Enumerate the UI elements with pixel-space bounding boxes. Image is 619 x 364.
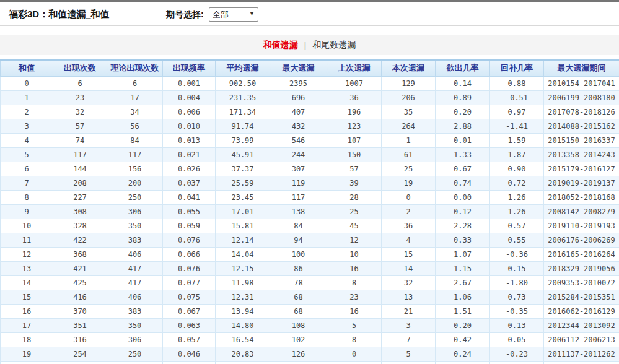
table-cell: 264 xyxy=(382,119,436,133)
table-cell: 150 xyxy=(327,147,382,162)
table-row: 82272500.04123.451172800.001.262018052-2… xyxy=(1,190,619,204)
table-row: 232340.006171.34407196350.200.972017078-… xyxy=(1,105,619,119)
table-cell: 78 xyxy=(270,275,327,290)
table-cell xyxy=(107,361,163,364)
table-cell: 138 xyxy=(270,204,327,219)
table-cell: 28 xyxy=(327,190,382,204)
table-cell: 2019019-2019137 xyxy=(544,176,619,190)
table-cell: 0.57 xyxy=(490,219,544,233)
table-cell: 15.81 xyxy=(216,219,270,233)
table-cell: 0.076 xyxy=(163,233,216,247)
table-cell: -0.36 xyxy=(490,247,544,261)
period-select[interactable]: 全部 xyxy=(209,7,258,22)
table-cell: 307 xyxy=(270,162,327,176)
column-header-appear-freq: 出现频率 xyxy=(163,60,216,76)
table-cell xyxy=(382,361,436,364)
table-cell: 9 xyxy=(1,204,53,219)
column-header-hezhi: 和值 xyxy=(1,60,53,76)
table-row: 163703830.06713.946816211.51-0.352016062… xyxy=(1,304,619,318)
table-cell: 2017078-2018126 xyxy=(544,105,619,119)
table-cell: 425 xyxy=(53,275,107,290)
table-cell: 117 xyxy=(270,190,327,204)
table-cell: 171.34 xyxy=(216,105,270,119)
table-cell: 3 xyxy=(382,318,436,332)
table-cell: 350 xyxy=(107,219,163,233)
table-cell: 12.31 xyxy=(216,290,270,304)
table-cell: 1.07 xyxy=(436,247,490,261)
table-cell: 4 xyxy=(1,133,53,147)
table-cell: 902.50 xyxy=(216,76,270,90)
table-body: 0660.001902.50239510071290.140.882010154… xyxy=(1,76,619,364)
table-cell: 2006199-2008180 xyxy=(544,90,619,105)
table-cell: 0.010 xyxy=(163,119,216,133)
table-cell: 84 xyxy=(270,219,327,233)
table-cell: 208 xyxy=(53,176,107,190)
table-cell: 0.88 xyxy=(490,76,544,90)
table-cell: 25.59 xyxy=(216,176,270,190)
table-cell: 0.013 xyxy=(163,133,216,147)
table-cell: 0.076 xyxy=(163,261,216,275)
table-cell: 306 xyxy=(107,204,163,219)
table-cell: 117 xyxy=(53,147,107,162)
table-cell: 68 xyxy=(270,290,327,304)
table-cell: 0.74 xyxy=(436,176,490,190)
table-cell: 25 xyxy=(327,204,382,219)
table-cell: 0.001 xyxy=(163,76,216,90)
table-cell: 14 xyxy=(382,261,436,275)
table-cell: 406 xyxy=(107,247,163,261)
table-cell: 0.73 xyxy=(490,290,544,304)
table-cell: 368 xyxy=(53,247,107,261)
table-cell: 0.15 xyxy=(490,261,544,275)
table-cell xyxy=(327,361,382,364)
table-cell: 0 xyxy=(1,76,53,90)
table-cell: 74 xyxy=(53,133,107,147)
table-cell: 56 xyxy=(107,119,163,133)
table-cell: 0 xyxy=(382,190,436,204)
table-cell: 0.004 xyxy=(163,90,216,105)
table-cell: 0.24 xyxy=(436,347,490,361)
table-cell: 546 xyxy=(270,133,327,147)
table-cell: 84 xyxy=(107,133,163,147)
table-cell: 406 xyxy=(107,290,163,304)
table-cell: 91.74 xyxy=(216,119,270,133)
table-cell: 6 xyxy=(53,76,107,90)
table-cell: 2014088-2015162 xyxy=(544,119,619,133)
table-cell: 17 xyxy=(1,318,53,332)
table-row: 72082000.03725.5911939190.740.722019019-… xyxy=(1,176,619,190)
table-cell: 0.021 xyxy=(163,147,216,162)
tab-heweishu-yilou[interactable]: 和尾数遗漏 xyxy=(312,40,356,51)
table-cell: 68 xyxy=(270,304,327,318)
table-cell: 14 xyxy=(1,275,53,290)
table-cell: 244 xyxy=(270,147,327,162)
table-cell: 0.077 xyxy=(163,275,216,290)
table-cell: 17 xyxy=(107,90,163,105)
table-row: 103283500.05915.818445362.280.572019110-… xyxy=(1,219,619,233)
table-cell: 1.26 xyxy=(490,204,544,219)
table-cell: 0.55 xyxy=(490,233,544,247)
omission-table: 和值 出现次数 理论出现次数 出现频率 平均遗漏 最大遗漏 上次遗漏 本次遗漏 … xyxy=(0,59,619,364)
table-cell xyxy=(1,361,53,364)
table-cell: 0.066 xyxy=(163,247,216,261)
table-row: 183163060.05716.54102870.420.052006112-2… xyxy=(1,332,619,347)
table-cell: 383 xyxy=(107,304,163,318)
table-cell: 23 xyxy=(327,290,382,304)
table-cell: 3 xyxy=(1,119,53,133)
table-cell: 1 xyxy=(1,90,53,105)
tab-hezhi-yilou[interactable]: 和值遗漏 xyxy=(263,40,298,51)
table-cell: 0.97 xyxy=(490,105,544,119)
table-cell: -1.80 xyxy=(490,275,544,290)
table-cell: 14.04 xyxy=(216,247,270,261)
table-cell: 4 xyxy=(382,233,436,247)
table-cell xyxy=(163,361,216,364)
table-cell: 0.14 xyxy=(436,76,490,90)
table-cell: 0.041 xyxy=(163,190,216,204)
table-cell: 2008142-2008279 xyxy=(544,204,619,219)
table-cell: 0.90 xyxy=(490,162,544,176)
table-cell: 57 xyxy=(327,162,382,176)
table-cell: 16.54 xyxy=(216,332,270,347)
table-cell: 32 xyxy=(53,105,107,119)
table-cell: 2012344-2013092 xyxy=(544,318,619,332)
table-cell: 10 xyxy=(327,247,382,261)
table-cell: 23.45 xyxy=(216,190,270,204)
table-cell: 0.037 xyxy=(163,176,216,190)
